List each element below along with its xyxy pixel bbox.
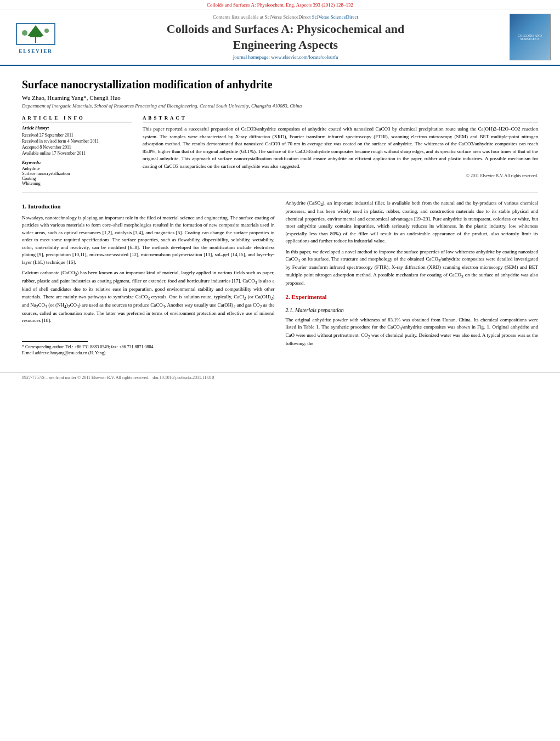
keyword-4: Whitening <box>22 181 132 186</box>
keyword-3: Coating <box>22 176 132 181</box>
journal-cover-image: COLLOIDS AND SURFACES A <box>510 14 551 60</box>
article-info-header: A R T I C L E I N F O <box>22 115 132 122</box>
body-right-column: Anhydrite (CaSO4), an important industri… <box>286 200 539 356</box>
sciverse-link[interactable]: SciVerse ScienceDirect <box>312 14 358 20</box>
keywords-list: Anhydrite Surface nanocrystallization Co… <box>22 166 132 186</box>
page: Colloids and Surfaces A: Physicochem. En… <box>0 0 560 382</box>
footnote-divider <box>22 341 88 342</box>
keyword-1: Anhydrite <box>22 166 132 171</box>
footer-issn: 0927-7757/$ – see front matter © 2011 El… <box>22 375 149 380</box>
available-date: Available online 17 November 2011 <box>22 151 132 156</box>
article-content: Surface nanocrystallization modification… <box>0 66 560 367</box>
keywords-section: Keywords: Anhydrite Surface nanocrystall… <box>22 160 132 186</box>
intro-para-2: Calcium carbonate (CaCO3) has been known… <box>22 269 275 325</box>
sciverse-line: Contents lists available at SciVerse Sci… <box>213 14 358 20</box>
article-history-label: Article history: <box>22 126 132 131</box>
abstract-column: A B S T R A C T This paper reported a su… <box>143 115 538 186</box>
body-text: 1. Introduction Nowadays, nanotechnology… <box>22 200 538 356</box>
article-info-abstract: A R T I C L E I N F O Article history: R… <box>22 115 538 186</box>
journal-title: Colloids and Surfaces A: Physicochemical… <box>167 21 404 53</box>
footnote-area: * Corresponding author. Tel.: +86 731 88… <box>22 341 275 356</box>
article-affiliation: Department of Inorganic Materials, Schoo… <box>22 103 538 109</box>
keywords-label: Keywords: <box>22 160 132 165</box>
elsevier-text: ELSEVIER <box>19 48 53 54</box>
journal-title-area: Contents lists available at SciVerse Sci… <box>71 14 500 60</box>
footer-doi: doi:10.1016/j.colsurfa.2011.11.010 <box>152 375 214 380</box>
copyright-line: © 2011 Elsevier B.V. All rights reserved… <box>143 173 538 178</box>
svg-point-5 <box>44 29 49 33</box>
abstract-header: A B S T R A C T <box>143 115 538 122</box>
intro-para-1: Nowadays, nanotechnology is playing an i… <box>22 214 275 267</box>
elsevier-logo: ELSEVIER <box>11 21 60 54</box>
section-divider <box>22 193 538 193</box>
body-left-column: 1. Introduction Nowadays, nanotechnology… <box>22 200 275 356</box>
article-info-column: A R T I C L E I N F O Article history: R… <box>22 115 132 186</box>
homepage-url[interactable]: www.elsevier.com/locate/colsurfa <box>271 54 338 60</box>
journal-header: ELSEVIER Contents lists available at Sci… <box>0 9 560 66</box>
received-revised-date: Received in revised form 4 November 2011 <box>22 139 132 144</box>
intro-section-title: 1. Introduction <box>22 202 275 211</box>
journal-citation-bar: Colloids and Surfaces A: Physicochem. En… <box>0 0 560 9</box>
abstract-text: This paper reported a successful prepara… <box>143 126 538 170</box>
accepted-date: Accepted 8 November 2011 <box>22 145 132 150</box>
right-para-1: Anhydrite (CaSO4), an important industri… <box>286 200 539 245</box>
article-title: Surface nanocrystallization modification… <box>22 78 538 91</box>
right-para-2: In this paper, we developed a novel meth… <box>286 248 539 287</box>
article-authors: Wu Zhao, Huaming Yang*, Chengli Huo <box>22 94 538 101</box>
footnote-star: * Corresponding author. Tel.: +86 731 88… <box>22 344 275 350</box>
footer: 0927-7757/$ – see front matter © 2011 El… <box>0 372 560 382</box>
footnote-email: E-mail address: hmyang@csu.edu.cn (H. Ya… <box>22 350 275 356</box>
materials-prep-subsection: 2.1. Materials preparation <box>286 306 539 314</box>
journal-homepage: journal homepage: www.elsevier.com/locat… <box>233 54 338 60</box>
journal-citation: Colloids and Surfaces A: Physicochem. En… <box>207 2 353 8</box>
keyword-2: Surface nanocrystallization <box>22 171 132 176</box>
elsevier-logo-container: ELSEVIER <box>5 14 66 60</box>
materials-prep-para: The original anhydrite powder with white… <box>286 316 539 348</box>
journal-cover-container: COLLOIDS AND SURFACES A <box>505 14 555 60</box>
experimental-section-title: 2. Experimental <box>286 292 539 302</box>
svg-point-4 <box>22 30 27 36</box>
received-date: Received 27 September 2011 <box>22 133 132 138</box>
elsevier-tree-icon <box>14 21 58 47</box>
